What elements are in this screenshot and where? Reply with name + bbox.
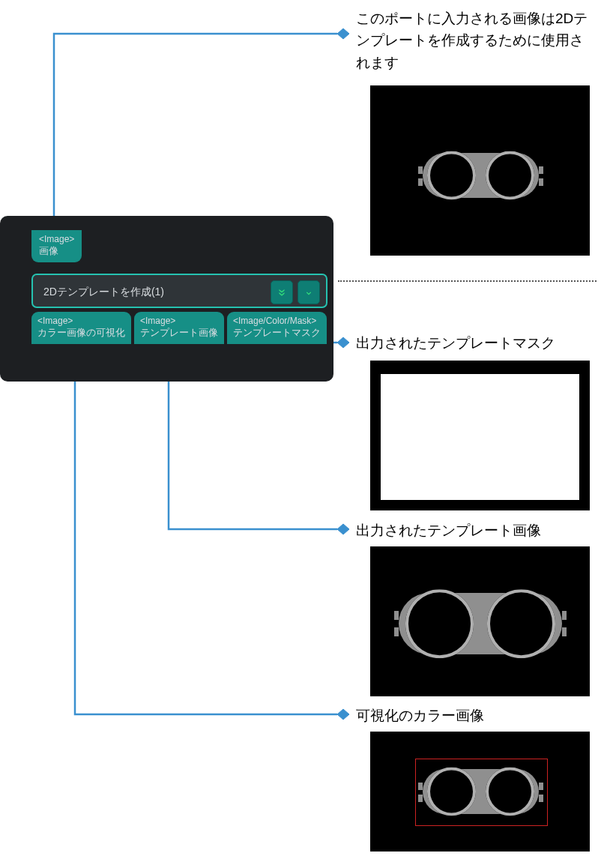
svg-marker-1 (337, 28, 349, 39)
expand-node-button[interactable] (271, 280, 293, 304)
detection-bounding-box (415, 759, 548, 826)
svg-marker-4 (337, 524, 349, 534)
section-divider (338, 280, 597, 282)
caption-template-image: 出力されたテンプレート画像 (356, 519, 541, 541)
output-port-color-visualization[interactable]: <Image> カラー画像の可視化 (31, 312, 131, 344)
input-port-label: 画像 (39, 245, 74, 257)
output-port-template-image[interactable]: <Image> テンプレート画像 (134, 312, 224, 344)
output-port-label: カラー画像の可視化 (37, 327, 125, 339)
figure-color-visualization (370, 732, 590, 852)
svg-marker-2 (337, 337, 349, 348)
input-port-image[interactable]: <Image> 画像 (31, 230, 82, 262)
output-port-type: <Image/Color/Mask> (233, 316, 321, 327)
output-port-type: <Image> (37, 316, 125, 327)
node-title-bar[interactable]: 2Dテンプレートを作成(1) (31, 274, 327, 308)
output-ports: <Image> カラー画像の可視化 <Image> テンプレート画像 <Imag… (31, 312, 327, 344)
caption-template-mask: 出力されたテンプレートマスク (356, 332, 555, 354)
caption-color-visualization: 可視化のカラー画像 (356, 705, 484, 726)
svg-marker-6 (337, 709, 349, 720)
output-port-template-mask[interactable]: <Image/Color/Mask> テンプレートマスク (227, 312, 327, 344)
node-title-text: 2Dテンプレートを作成(1) (43, 286, 164, 298)
output-port-label: テンプレート画像 (140, 327, 218, 339)
output-port-label: テンプレートマスク (233, 327, 321, 339)
output-port-type: <Image> (140, 316, 218, 327)
input-port-type: <Image> (39, 234, 74, 245)
run-node-button[interactable] (298, 280, 320, 304)
figure-input-image (370, 85, 590, 256)
node-create-2d-template: <Image> 画像 2Dテンプレートを作成(1) <Image> カラー画像の… (0, 216, 333, 382)
figure-template-mask (370, 361, 590, 510)
caption-input-port: このポートに入力される画像は2Dテンプレートを作成するために使用されます (356, 7, 596, 73)
figure-template-image (370, 546, 590, 696)
